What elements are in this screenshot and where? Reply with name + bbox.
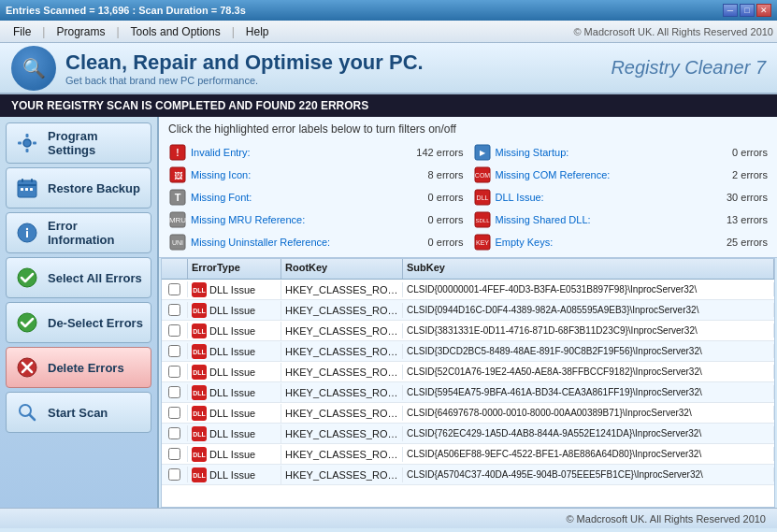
row-check-0[interactable] xyxy=(168,283,180,295)
invalid-entry-label[interactable]: Invalid Entry: xyxy=(191,147,412,158)
table-row[interactable]: DLL DLL Issue HKEY_CLASSES_ROOT CLSID{3D… xyxy=(162,341,774,362)
dll-issue-label[interactable]: DLL Issue: xyxy=(496,192,723,203)
invalid-entry-count: 142 errors xyxy=(416,147,463,158)
col-error-type: ErrorType xyxy=(188,259,281,279)
row-subkey-0: CLSID{00000001-4FEF-40D3-B3FA-E0531B897F… xyxy=(403,282,774,296)
row-checkbox-9[interactable] xyxy=(162,467,188,482)
svg-rect-6 xyxy=(18,184,36,186)
row-check-8[interactable] xyxy=(168,448,180,460)
row-subkey-2: CLSID{3831331E-0D11-4716-871D-68F3B11D23… xyxy=(403,324,774,338)
table-row[interactable]: DLL DLL Issue HKEY_CLASSES_ROOT CLSID{00… xyxy=(162,280,774,300)
menu-file[interactable]: File xyxy=(4,23,40,40)
row-error-type-1: DLL DLL Issue xyxy=(188,301,281,320)
missing-shared-dll-label[interactable]: Missing Shared DLL: xyxy=(496,214,723,225)
close-button[interactable]: ✕ xyxy=(756,4,771,17)
table-row[interactable]: DLL DLL Issue HKEY_CLASSES_ROOT CLSID{52… xyxy=(162,362,774,382)
row-checkbox-3[interactable] xyxy=(162,343,188,359)
missing-com-icon: COM xyxy=(473,165,492,184)
svg-rect-1 xyxy=(26,134,29,137)
table-row[interactable]: DLL DLL Issue HKEY_CLASSES_ROOT CLSID{64… xyxy=(162,403,774,424)
start-scan-label: Start Scan xyxy=(48,406,108,420)
table-row[interactable]: DLL DLL Issue HKEY_CLASSES_ROOT CLSID{A5… xyxy=(162,444,774,465)
filter-grid: ! Invalid Entry: 142 errors 🖼 Missing Ic… xyxy=(168,141,768,253)
svg-rect-4 xyxy=(33,142,36,145)
row-check-3[interactable] xyxy=(168,345,180,357)
footer: © Madcrosoft UK. All Rights Reserved 201… xyxy=(0,508,777,528)
row-error-type-5: DLL DLL Issue xyxy=(188,383,281,402)
missing-uninstaller-label[interactable]: Missing Uninstaller Reference: xyxy=(191,237,424,248)
row-check-7[interactable] xyxy=(168,427,180,439)
missing-mru-label[interactable]: Missing MRU Reference: xyxy=(191,214,424,225)
filter-missing-mru: MRU Missing MRU Reference: 0 errors xyxy=(168,208,464,231)
svg-rect-11 xyxy=(30,188,33,191)
svg-text:▶: ▶ xyxy=(480,149,486,157)
svg-rect-9 xyxy=(21,188,23,191)
row-rootkey-0: HKEY_CLASSES_ROOT xyxy=(281,282,403,297)
row-subkey-4: CLSID{52C01A76-19E2-4A50-AE8A-38FFBCCF91… xyxy=(403,365,774,379)
error-information-button[interactable]: Error Information xyxy=(6,212,151,253)
table-row[interactable]: DLL DLL Issue HKEY_CLASSES_ROOT CLSID{09… xyxy=(162,300,774,321)
error-type-icon-9: DLL xyxy=(192,467,207,482)
missing-startup-label[interactable]: Missing Startup: xyxy=(496,147,729,158)
row-check-2[interactable] xyxy=(168,324,180,337)
table-body[interactable]: DLL DLL Issue HKEY_CLASSES_ROOT CLSID{00… xyxy=(162,280,774,507)
filter-dll-issue: DLL DLL Issue: 30 errors xyxy=(473,186,769,208)
row-checkbox-8[interactable] xyxy=(162,446,188,462)
delete-errors-button[interactable]: Delete Errors xyxy=(6,347,151,388)
menu-tools[interactable]: Tools and Options xyxy=(122,23,230,40)
missing-shared-dll-icon: SDLL xyxy=(473,210,492,229)
menu-help[interactable]: Help xyxy=(237,23,279,40)
header: Clean, Repair and Optimise your PC. Get … xyxy=(0,43,777,94)
svg-text:🖼: 🖼 xyxy=(174,171,182,180)
col-root-key: RootKey xyxy=(281,259,403,279)
missing-uninstaller-count: 0 errors xyxy=(428,237,464,248)
menu-programs[interactable]: Programs xyxy=(47,23,114,40)
invalid-entry-icon: ! xyxy=(168,143,187,162)
table-row[interactable]: DLL DLL Issue HKEY_CLASSES_ROOT CLSID{59… xyxy=(162,382,774,403)
row-check-5[interactable] xyxy=(168,386,180,398)
row-checkbox-5[interactable] xyxy=(162,384,188,400)
dll-issue-icon: DLL xyxy=(473,188,492,207)
program-settings-button[interactable]: Program Settings xyxy=(6,122,151,164)
row-check-1[interactable] xyxy=(168,304,180,316)
table-row[interactable]: DLL DLL Issue HKEY_CLASSES_ROOT CLSID{38… xyxy=(162,321,774,341)
table-row[interactable]: DLL DLL Issue HKEY_CLASSES_ROOT CLSID{A5… xyxy=(162,465,774,485)
restore-backup-button[interactable]: Restore Backup xyxy=(6,167,151,208)
delete-errors-label: Delete Errors xyxy=(48,361,124,375)
row-subkey-3: CLSID{3DCD2BC5-8489-48AE-891F-90C8B2F19F… xyxy=(403,344,774,358)
row-checkbox-2[interactable] xyxy=(162,323,188,338)
footer-text: © Madcrosoft UK. All Rights Reserved 201… xyxy=(566,513,766,525)
menu-sep-3: | xyxy=(230,25,237,38)
empty-keys-label[interactable]: Empty Keys: xyxy=(496,237,723,248)
missing-mru-icon: MRU xyxy=(168,210,187,229)
table-row[interactable]: DLL DLL Issue HKEY_CLASSES_ROOT CLSID{76… xyxy=(162,424,774,444)
row-check-4[interactable] xyxy=(168,366,180,378)
app-logo xyxy=(11,46,56,91)
row-checkbox-7[interactable] xyxy=(162,425,188,441)
deselect-errors-button[interactable]: De-Select Errors xyxy=(6,302,151,343)
row-checkbox-0[interactable] xyxy=(162,281,188,297)
missing-font-label[interactable]: Missing Font: xyxy=(191,192,424,203)
missing-font-icon: T xyxy=(168,188,187,207)
filter-invalid-entry: ! Invalid Entry: 142 errors xyxy=(168,141,464,164)
row-rootkey-9: HKEY_CLASSES_ROOT xyxy=(281,467,403,482)
row-checkbox-1[interactable] xyxy=(162,302,188,318)
row-check-6[interactable] xyxy=(168,407,180,419)
error-type-icon-4: DLL xyxy=(192,365,207,380)
missing-com-label[interactable]: Missing COM Reference: xyxy=(496,169,729,180)
missing-icon-label[interactable]: Missing Icon: xyxy=(191,169,424,180)
table-header: ErrorType RootKey SubKey xyxy=(162,259,774,280)
restore-backup-label: Restore Backup xyxy=(48,181,140,195)
row-rootkey-4: HKEY_CLASSES_ROOT xyxy=(281,365,403,380)
select-all-errors-button[interactable]: Select All Errors xyxy=(6,257,151,298)
start-scan-button[interactable]: Start Scan xyxy=(6,392,151,433)
error-type-icon-7: DLL xyxy=(192,426,207,441)
row-check-9[interactable] xyxy=(168,468,180,481)
svg-text:DLL: DLL xyxy=(193,369,206,376)
filter-missing-icon: 🖼 Missing Icon: 8 errors xyxy=(168,164,464,186)
maximize-button[interactable]: □ xyxy=(740,4,755,17)
row-error-type-3: DLL DLL Issue xyxy=(188,342,281,361)
row-checkbox-4[interactable] xyxy=(162,364,188,380)
row-checkbox-6[interactable] xyxy=(162,405,188,421)
minimize-button[interactable]: ─ xyxy=(723,4,738,17)
